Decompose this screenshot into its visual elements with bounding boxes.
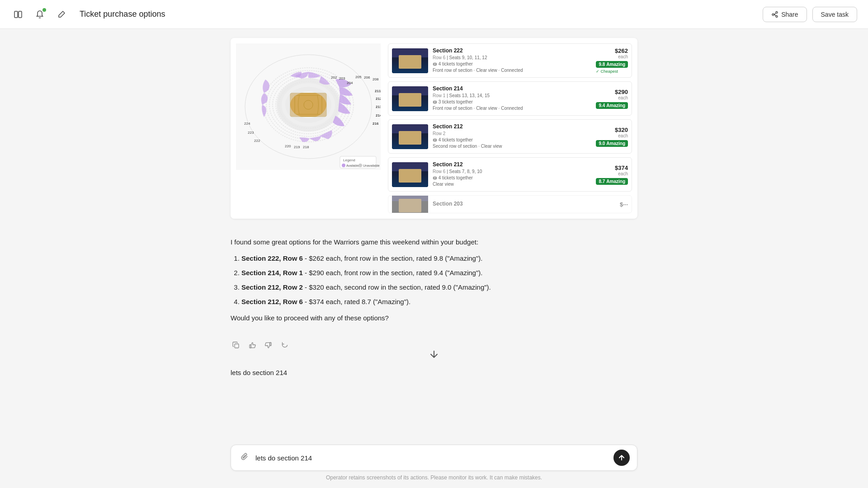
ticket-info: Section 222 Row 6 | Seats 9, 10, 11, 12 … (433, 47, 591, 74)
input-bar (231, 445, 637, 471)
option-4-bold: Section 212, Row 6 (241, 298, 303, 305)
ticket-price-column: $320 each 9.0Amazing (596, 127, 628, 147)
svg-rect-40 (270, 343, 271, 346)
header-actions: Share Save task (763, 7, 857, 22)
footer-note: Operator retains screenshots of its acti… (326, 474, 542, 481)
save-task-label: Save task (821, 11, 849, 18)
svg-text:218: 218 (303, 145, 309, 149)
svg-rect-4 (290, 93, 326, 117)
send-button[interactable] (613, 450, 630, 466)
edit-icon[interactable] (54, 7, 69, 22)
ticket-info: Section 214 Row 1 | Seats 13, 13, 14, 15… (433, 85, 591, 112)
ticket-price: $320 (596, 127, 628, 133)
header-icon-group (11, 7, 69, 22)
ticket-rating: 9.0Amazing (596, 140, 628, 147)
ticket-thumbnail (392, 124, 428, 149)
svg-text:206: 206 (364, 75, 370, 80)
ticket-info: Section 203 (433, 201, 615, 208)
ticket-price-sub: each (596, 133, 628, 138)
save-task-button[interactable]: Save task (812, 7, 857, 22)
svg-rect-0 (14, 11, 18, 18)
ticket-item[interactable]: Section 212 Row 2 🎟 4 tickets together S… (388, 119, 632, 154)
cheapest-badge: ✓Cheapest (596, 69, 628, 74)
ticket-info: Section 212 Row 6 | Seats 7, 8, 9, 10 🎟 … (433, 161, 591, 188)
ticket-details: Row 6 | Seats 9, 10, 11, 12 🎟 4 tickets … (433, 55, 591, 74)
ticket-section-name: Section 203 (433, 201, 615, 207)
ticket-item[interactable]: Section 212 Row 6 | Seats 7, 8, 9, 10 🎟 … (388, 157, 632, 192)
ticket-price-column: $374 each 8.7Amazing (596, 164, 628, 185)
attach-button[interactable] (238, 450, 251, 465)
ai-message: I found some great options for the Warri… (231, 230, 637, 336)
svg-text:220: 220 (285, 144, 291, 148)
input-area: Operator retains screenshots of its acti… (0, 439, 868, 488)
list-item: Section 214, Row 1 - $290 each, front ro… (241, 267, 637, 278)
ticket-details: Row 1 | Seats 13, 13, 14, 15 🎟 3 tickets… (433, 93, 591, 112)
page-title: Ticket purchase options (80, 9, 763, 19)
notifications-icon[interactable] (33, 7, 47, 22)
ticket-price: $··· (620, 201, 628, 208)
ticket-section-name: Section 222 (433, 47, 591, 54)
svg-text:222: 222 (254, 139, 260, 143)
svg-text:Unavailable: Unavailable (363, 164, 380, 167)
svg-text:203: 203 (339, 76, 345, 80)
svg-text:216: 216 (373, 122, 379, 126)
ticket-thumbnail (392, 86, 428, 111)
main-content: 204 205 206 208 203 202 211 212 213 214 … (0, 29, 868, 488)
user-message: lets do section 214 (231, 363, 637, 385)
ticket-price-sub: each (596, 54, 628, 59)
ticket-section-name: Section 212 (433, 123, 591, 130)
ticket-price: $290 (596, 89, 628, 95)
scroll-down-indicator (231, 349, 637, 360)
svg-text:Legend: Legend (343, 158, 355, 162)
ticket-thumbnail (392, 195, 428, 213)
ticket-item[interactable]: Section 214 Row 1 | Seats 13, 13, 14, 15… (388, 81, 632, 116)
svg-point-36 (359, 164, 362, 167)
list-item: Section 212, Row 2 - $320 each, second r… (241, 282, 637, 293)
content-container: 204 205 206 208 203 202 211 212 213 214 … (231, 38, 637, 385)
svg-text:205: 205 (355, 75, 362, 79)
ticket-widget: 204 205 206 208 203 202 211 212 213 214 … (231, 38, 637, 219)
list-item: Section 222, Row 6 - $262 each, front ro… (241, 253, 637, 264)
ticket-details: Row 2 🎟 4 tickets together Second row of… (433, 131, 591, 150)
ai-message-intro: I found some great options for the Warri… (231, 237, 637, 248)
share-label: Share (781, 11, 798, 18)
option-2-bold: Section 214, Row 1 (241, 269, 303, 277)
ticket-price-column: $··· (620, 201, 628, 208)
ticket-rating: 8.7Amazing (596, 178, 628, 185)
ticket-item-partial[interactable]: Section 203 $··· (388, 195, 632, 213)
venue-map[interactable]: 204 205 206 208 203 202 211 212 213 214 … (236, 43, 381, 170)
svg-text:212: 212 (376, 97, 381, 101)
ticket-price: $374 (596, 164, 628, 171)
ticket-price-column: $290 each 9.4Amazing (596, 89, 628, 109)
ai-options-list: Section 222, Row 6 - $262 each, front ro… (241, 253, 637, 307)
ticket-rating: 9.8Amazing (596, 61, 628, 68)
svg-rect-39 (250, 345, 251, 348)
ai-message-question: Would you like to proceed with any of th… (231, 313, 637, 324)
ticket-section-name: Section 214 (433, 85, 591, 92)
svg-text:214: 214 (376, 113, 381, 117)
share-button[interactable]: Share (763, 7, 807, 22)
header: Ticket purchase options Share Save task (0, 0, 868, 29)
svg-text:Available: Available (346, 164, 359, 167)
svg-text:213: 213 (376, 105, 381, 109)
list-item: Section 212, Row 6 - $374 each, rated 8.… (241, 296, 637, 307)
user-message-text: lets do section 214 (231, 369, 287, 376)
sidebar-toggle-icon[interactable] (11, 7, 25, 22)
option-3-bold: Section 212, Row 2 (241, 283, 303, 291)
ticket-price-column: $262 each 9.8Amazing ✓Cheapest (596, 47, 628, 74)
svg-point-34 (342, 164, 345, 167)
option-1-bold: Section 222, Row 6 (241, 254, 303, 262)
ticket-section-name: Section 212 (433, 161, 591, 168)
ticket-item[interactable]: Section 222 Row 6 | Seats 9, 10, 11, 12 … (388, 43, 632, 78)
svg-rect-1 (19, 11, 22, 18)
ticket-price-sub: each (596, 171, 628, 176)
svg-text:224: 224 (244, 122, 250, 126)
svg-text:219: 219 (294, 145, 300, 149)
ticket-details: Row 6 | Seats 7, 8, 9, 10 🎟 4 tickets to… (433, 169, 591, 188)
ticket-price: $262 (596, 47, 628, 54)
svg-text:204: 204 (347, 81, 353, 85)
ticket-thumbnail (392, 162, 428, 187)
svg-text:202: 202 (331, 75, 337, 80)
ticket-thumbnail (392, 48, 428, 73)
chat-input[interactable] (255, 454, 609, 462)
